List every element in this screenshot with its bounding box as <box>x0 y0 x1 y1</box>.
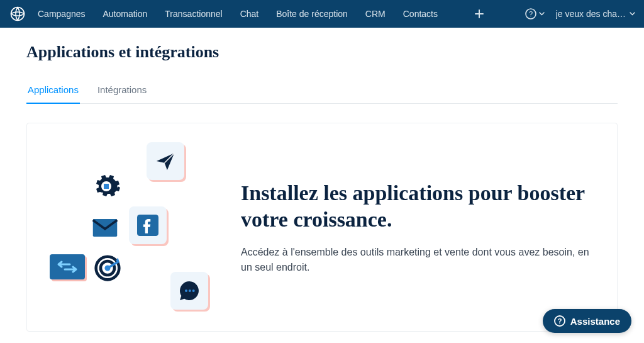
assistance-label: Assistance <box>570 316 620 327</box>
svg-text:?: ? <box>557 317 562 325</box>
hero-heading: Installez les applications pour booster … <box>241 180 592 233</box>
gear-tile <box>89 169 124 204</box>
nav-automation[interactable]: Automation <box>103 9 148 19</box>
top-nav: Campagnes Automation Transactionnel Chat… <box>0 0 644 28</box>
hero-illustration <box>27 136 241 318</box>
mail-tile <box>89 211 121 244</box>
account-menu[interactable]: je veux des cha… <box>556 9 635 19</box>
gear-icon <box>91 171 121 201</box>
nav-transactionnel[interactable]: Transactionnel <box>165 9 222 19</box>
hero-text: Installez les applications pour booster … <box>241 180 592 275</box>
facebook-tile <box>129 206 167 244</box>
mail-icon <box>92 218 118 238</box>
nav-campagnes[interactable]: Campagnes <box>38 9 86 19</box>
tab-applications[interactable]: Applications <box>26 78 80 104</box>
hero-card: Installez les applications pour booster … <box>26 123 618 332</box>
plus-icon <box>474 9 484 19</box>
nav-boite-reception[interactable]: Boîte de réception <box>276 9 348 19</box>
tab-integrations[interactable]: Intégrations <box>96 78 148 104</box>
page-container: Applications et intégrations Application… <box>0 28 644 332</box>
hero-subtext: Accédez à l'ensemble des outils marketin… <box>241 245 592 275</box>
nav-right: ? je veux des cha… <box>525 8 635 20</box>
help-icon: ? <box>525 8 536 20</box>
arrows-tile <box>50 254 85 279</box>
facebook-icon <box>137 215 158 236</box>
help-menu[interactable]: ? <box>525 8 545 20</box>
tabs: Applications Intégrations <box>26 78 618 104</box>
chevron-down-icon <box>539 12 545 16</box>
help-icon: ? <box>554 315 565 327</box>
logo-icon <box>10 6 25 21</box>
paper-plane-tile <box>147 142 184 180</box>
svg-point-9 <box>185 290 187 292</box>
chat-tile <box>170 272 208 310</box>
logo[interactable] <box>9 5 26 23</box>
target-icon <box>94 254 121 282</box>
target-tile <box>91 252 124 284</box>
svg-point-0 <box>11 8 25 21</box>
sync-arrows-icon <box>55 258 80 276</box>
account-label: je veux des cha… <box>556 9 626 19</box>
add-button[interactable] <box>473 8 486 20</box>
paper-plane-icon <box>155 150 176 172</box>
chat-bubble-icon <box>177 278 202 303</box>
chevron-down-icon <box>630 12 635 16</box>
assistance-button[interactable]: ? Assistance <box>543 309 631 333</box>
svg-point-10 <box>189 290 191 292</box>
svg-rect-3 <box>104 184 109 189</box>
nav-crm[interactable]: CRM <box>365 9 386 19</box>
page-title: Applications et intégrations <box>26 43 618 62</box>
nav-items: Campagnes Automation Transactionnel Chat… <box>38 8 486 20</box>
nav-contacts[interactable]: Contacts <box>403 9 438 19</box>
svg-text:?: ? <box>529 10 533 18</box>
svg-point-11 <box>192 290 195 292</box>
nav-chat[interactable]: Chat <box>240 9 259 19</box>
